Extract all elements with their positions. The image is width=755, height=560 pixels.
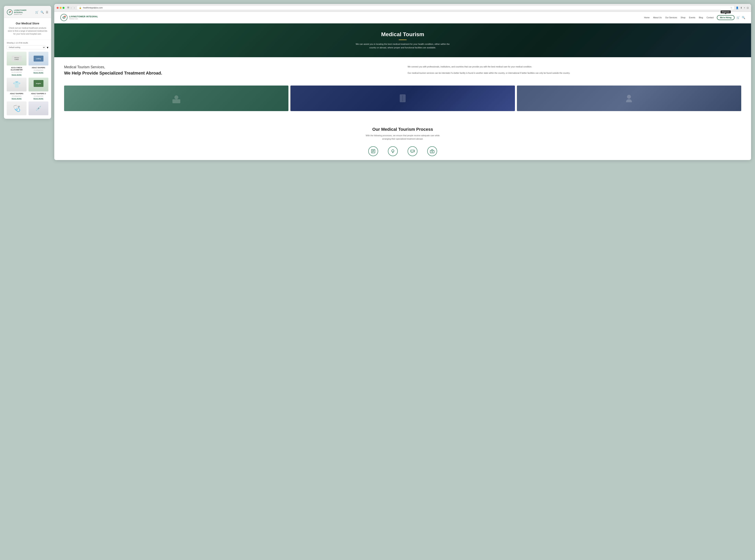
hire-button[interactable]: Diagnosis We're Hiring — [717, 15, 735, 20]
search-icon[interactable]: 🔍 — [41, 11, 44, 14]
nav-events[interactable]: Events — [689, 16, 695, 19]
diagnosis-tooltip: Diagnosis — [720, 11, 731, 13]
hero-divider — [399, 40, 407, 40]
image-overlay-3 — [517, 85, 741, 111]
process-icon-briefcase — [427, 146, 437, 156]
left-logo: LIVINGTOWER INTEGRAL Medical Care — [7, 9, 35, 15]
sort-chevron-icon: ▾ — [47, 46, 48, 49]
browser-toolbar: 👤 ⬆ + ⊡ — [736, 6, 749, 9]
cart-icon[interactable]: 🛒 — [35, 11, 39, 14]
svg-point-1 — [10, 11, 11, 12]
image-overlay-1 — [64, 85, 288, 111]
account-icon[interactable]: 👤 — [736, 6, 739, 9]
hire-label: We're Hiring — [720, 17, 731, 19]
share-icon[interactable]: ⬆ — [740, 6, 742, 9]
product-read-more-adult3[interactable]: READ MORE — [28, 98, 48, 100]
product-read-more-accu[interactable]: READ MORE — [7, 74, 26, 76]
process-step-3 — [408, 146, 417, 156]
extensions-icon[interactable]: ⊡ — [747, 6, 749, 9]
svg-point-14 — [392, 149, 394, 152]
image-overlay-2 — [290, 85, 515, 111]
product-name-accu: ACCU CHECK GLUCOMETER — [7, 67, 26, 71]
nav-about[interactable]: About Us — [653, 16, 661, 19]
products-area: Showing 1–12 of 66 results Default sorti… — [4, 40, 51, 119]
address-bar[interactable]: 🔒 healthintegralplus.com ↻ — [77, 6, 734, 9]
url-text: healthintegralplus.com — [83, 7, 103, 9]
tab-grid-icon[interactable]: ⊞ — [67, 6, 69, 9]
services-section: Medical Tourism Services, We Help Provid… — [64, 65, 741, 78]
nav-blog[interactable]: Blog — [699, 16, 703, 19]
services-desc-1: We connect you with professionals, insti… — [408, 65, 741, 68]
process-description: With the following processes, we ensure … — [363, 134, 442, 141]
process-section: Our Medical Tourism Process With the fol… — [54, 119, 751, 160]
site-name: LIVINGTOWER INTEGRAL — [69, 15, 98, 18]
product-image-bp: 💉 — [28, 101, 48, 115]
product-category-adult1: Uncategorized — [7, 95, 26, 97]
svg-point-9 — [627, 95, 631, 99]
left-logo-icon — [7, 9, 13, 15]
main-content: Medical Tourism Services, We Help Provid… — [54, 57, 751, 119]
nav-right-icons: 🛒 🔍 — [736, 16, 745, 19]
browser-nav: ⊞ ‹ › — [67, 6, 76, 9]
product-read-more-adult1[interactable]: READ MORE — [7, 98, 26, 100]
services-tagline: Medical Tourism Services, — [64, 65, 398, 69]
menu-icon[interactable]: ☰ — [46, 11, 48, 14]
reload-icon[interactable]: ↻ — [731, 7, 732, 9]
nav-services[interactable]: Our Services — [665, 16, 677, 19]
products-grid-2: 🩺 💉 — [7, 101, 48, 116]
forward-button[interactable]: › — [73, 6, 76, 9]
new-tab-icon[interactable]: + — [744, 6, 745, 9]
product-name-livdry: Adult diapers — [28, 67, 48, 69]
medical-image-1 — [64, 85, 288, 111]
traffic-lights — [57, 7, 64, 9]
services-images — [64, 85, 741, 111]
product-card: 👕 ADULT DIAPERS Uncategorized READ MORE — [7, 78, 26, 100]
product-card: Inspire ADULT DIAPERS 3 Uncategorized RE… — [28, 78, 48, 100]
product-image-steth: 🩺 — [7, 101, 26, 115]
nav-links: Home About Us Our Services Shop Events B… — [644, 16, 714, 19]
sort-row: Default sorting Sort by popularity Sort … — [7, 45, 48, 49]
back-button[interactable]: ‹ — [70, 6, 73, 9]
products-grid: ACCUCHEK ACCU CHECK GLUCOMETER GLUCOMETE… — [7, 52, 48, 100]
store-title: Our Medical Store — [7, 22, 48, 25]
medical-image-2 — [290, 85, 515, 111]
sort-select[interactable]: Default sorting Sort by popularity Sort … — [7, 45, 46, 49]
hero-content: Medical Tourism We can assist you in loc… — [353, 31, 452, 49]
left-panel-header: LIVINGTOWER INTEGRAL Medical Care 🛒 🔍 ☰ — [4, 6, 51, 18]
nav-cart-icon[interactable]: 🛒 — [736, 16, 740, 19]
process-title: Our Medical Tourism Process — [64, 127, 741, 132]
product-card: LivDry Adult diapers Uncategorized READ … — [28, 52, 48, 76]
site-logo: LIVINGTOWER INTEGRAL Medical Care — [60, 14, 98, 21]
site-subname: Medical Care — [69, 18, 98, 20]
product-image-livdry: LivDry — [28, 52, 48, 65]
site-logo-icon — [60, 14, 68, 21]
results-count: Showing 1–12 of 66 results — [7, 42, 48, 44]
product-name-adult1: ADULT DIAPERS — [7, 93, 26, 95]
website-nav: LIVINGTOWER INTEGRAL Medical Care Home A… — [54, 12, 751, 23]
left-logo-subtext: Medical Care — [14, 14, 35, 15]
product-category-livdry: Uncategorized — [28, 69, 48, 71]
product-category-adult3: Uncategorized — [28, 95, 48, 97]
product-card-stethoscope: 🩺 — [7, 101, 26, 116]
product-image-adult1: 👕 — [7, 78, 26, 92]
process-steps — [64, 146, 741, 156]
process-icon-lightbulb — [388, 146, 398, 156]
nav-home[interactable]: Home — [644, 16, 650, 19]
nav-shop[interactable]: Shop — [681, 16, 686, 19]
minimize-button[interactable] — [60, 7, 62, 9]
product-image-inspire: Inspire — [28, 78, 48, 92]
svg-rect-6 — [172, 99, 180, 103]
product-card: ACCUCHEK ACCU CHECK GLUCOMETER GLUCOMETE… — [7, 52, 26, 76]
close-button[interactable] — [57, 7, 59, 9]
site-logo-text: LIVINGTOWER INTEGRAL Medical Care — [69, 15, 98, 20]
services-desc-2: Our medical tourism services can be inte… — [408, 72, 741, 75]
process-step-1 — [368, 146, 378, 156]
nav-contact[interactable]: Contact — [707, 16, 714, 19]
process-icon-chat — [408, 146, 417, 156]
hero-section: Medical Tourism We can assist you in loc… — [54, 23, 751, 57]
product-read-more-livdry[interactable]: READ MORE — [28, 72, 48, 74]
maximize-button[interactable] — [63, 7, 64, 9]
process-icon-checklist — [368, 146, 378, 156]
product-card-bp: 💉 — [28, 101, 48, 116]
nav-search-icon[interactable]: 🔍 — [742, 16, 745, 19]
